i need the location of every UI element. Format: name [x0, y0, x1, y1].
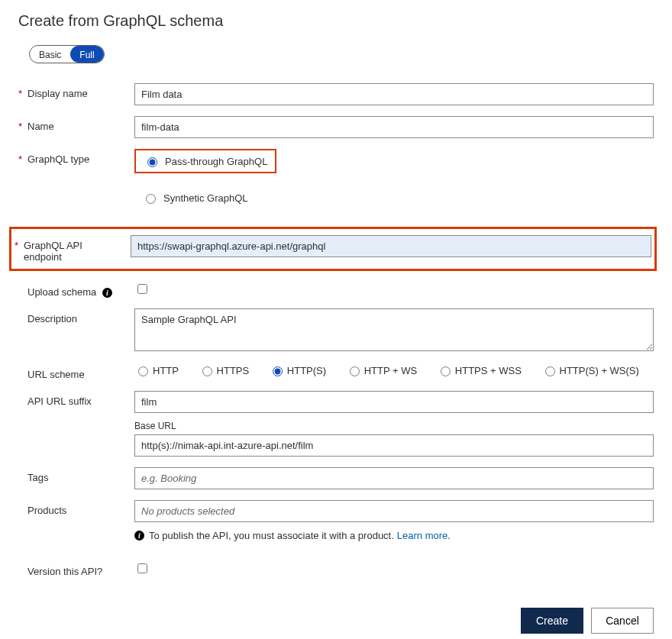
row-name: * Name	[18, 116, 654, 138]
url-scheme-http[interactable]: HTTP	[134, 364, 179, 376]
base-url-readonly	[134, 434, 654, 457]
url-scheme-http-s[interactable]: HTTP(S)	[269, 364, 326, 376]
label-tags: Tags	[27, 467, 134, 483]
endpoint-highlight-box: * GraphQL API endpoint	[9, 227, 657, 271]
api-suffix-input[interactable]	[134, 391, 654, 413]
row-graphql-type: * GraphQL type Pass-through GraphQL	[18, 149, 654, 173]
tags-input[interactable]	[134, 467, 654, 489]
row-upload-schema: Upload schema i	[18, 282, 654, 298]
radio-synthetic[interactable]	[146, 194, 156, 204]
label-api-suffix: API URL suffix	[27, 391, 134, 407]
required-marker: *	[18, 83, 27, 99]
products-input[interactable]	[134, 500, 654, 522]
create-button[interactable]: Create	[521, 608, 583, 634]
row-url-scheme: URL scheme HTTP HTTPS HTTP(S) HTTP + WS …	[18, 364, 654, 380]
radio-passthrough[interactable]	[147, 157, 157, 167]
row-version: Version this API?	[18, 561, 654, 577]
label-url-scheme: URL scheme	[27, 364, 134, 380]
url-scheme-http-s-ws-s[interactable]: HTTP(S) + WS(S)	[541, 364, 639, 376]
url-scheme-group: HTTP HTTPS HTTP(S) HTTP + WS HTTPS + WSS…	[134, 364, 654, 379]
label-products: Products	[27, 500, 134, 516]
upload-schema-checkbox[interactable]	[137, 284, 147, 294]
info-icon: i	[134, 531, 144, 541]
row-endpoint: * GraphQL API endpoint	[15, 235, 651, 263]
label-graphql-type: GraphQL type	[27, 149, 134, 165]
required-marker: *	[15, 235, 24, 251]
row-graphql-type-synth: Synthetic GraphQL	[18, 187, 654, 208]
learn-more-link[interactable]: Learn more.	[397, 530, 451, 541]
row-description: Description Sample GraphQL API	[18, 308, 654, 353]
required-marker: *	[18, 116, 27, 132]
description-input[interactable]: Sample GraphQL API	[134, 308, 654, 351]
name-input[interactable]	[134, 116, 654, 138]
row-products: Products i To publish the API, you must …	[18, 500, 654, 541]
label-endpoint: GraphQL API endpoint	[24, 235, 131, 263]
display-name-input[interactable]	[134, 83, 654, 105]
mode-full[interactable]: Full	[70, 46, 103, 63]
label-base-url: Base URL	[134, 421, 654, 431]
row-tags: Tags	[18, 467, 654, 489]
url-scheme-http-ws[interactable]: HTTP + WS	[346, 364, 417, 376]
label-synthetic: Synthetic GraphQL	[163, 192, 248, 204]
label-display-name: Display name	[27, 83, 134, 99]
label-description: Description	[27, 308, 134, 324]
graphql-type-synthetic-option[interactable]: Synthetic GraphQL	[134, 187, 256, 208]
row-display-name: * Display name	[18, 83, 654, 105]
publish-hint: i To publish the API, you must associate…	[134, 530, 654, 541]
required-marker: *	[18, 149, 27, 165]
info-icon[interactable]: i	[102, 288, 112, 298]
label-version: Version this API?	[27, 561, 134, 577]
graphql-type-passthrough-option[interactable]: Pass-through GraphQL	[134, 149, 276, 173]
label-name: Name	[27, 116, 134, 132]
row-api-suffix: API URL suffix Base URL	[18, 391, 654, 457]
cancel-button[interactable]: Cancel	[591, 608, 654, 634]
mode-toggle[interactable]: Basic Full	[29, 45, 105, 63]
version-checkbox[interactable]	[137, 563, 147, 573]
endpoint-input[interactable]	[131, 235, 651, 257]
url-scheme-https[interactable]: HTTPS	[199, 364, 250, 376]
url-scheme-https-wss[interactable]: HTTPS + WSS	[437, 364, 522, 376]
mode-basic[interactable]: Basic	[30, 46, 70, 63]
page-title: Create from GraphQL schema	[18, 12, 654, 30]
label-passthrough: Pass-through GraphQL	[165, 156, 267, 167]
footer-actions: Create Cancel	[18, 608, 654, 634]
label-upload-schema: Upload schema i	[27, 282, 134, 298]
